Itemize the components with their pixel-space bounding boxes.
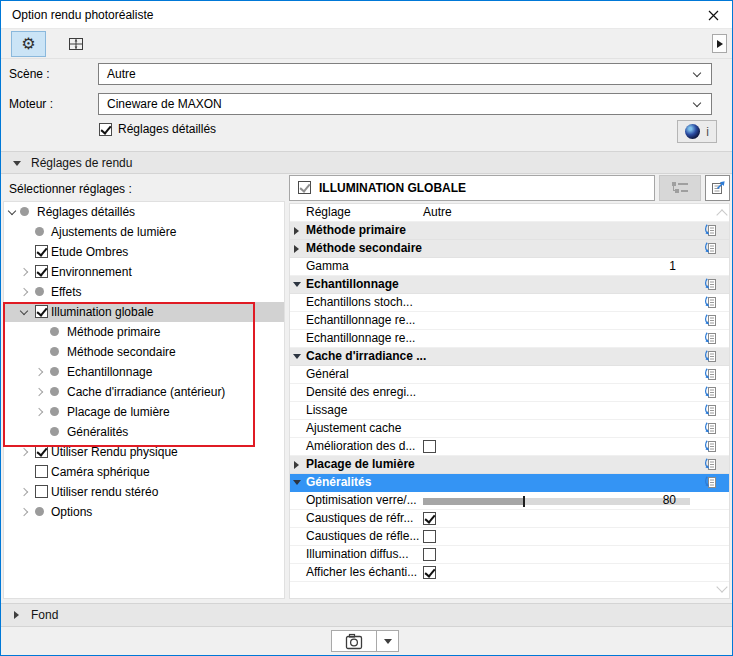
link-doc-icon[interactable] <box>704 350 717 363</box>
tree-item[interactable]: Méthode secondaire <box>4 342 284 362</box>
expander-icon[interactable] <box>20 508 28 516</box>
tree-item[interactable]: Environnement <box>4 262 284 282</box>
link-doc-icon[interactable] <box>704 368 717 381</box>
expand-settings-button[interactable] <box>705 175 730 201</box>
panel-row[interactable]: Illumination diffus... <box>290 546 729 564</box>
panel-row[interactable]: Echantillons stoch... <box>290 294 729 312</box>
expander-icon[interactable] <box>35 408 43 416</box>
cineware-info-button[interactable]: i <box>677 120 717 143</box>
detailed-settings-checkbox[interactable] <box>99 123 112 136</box>
background-section-header[interactable]: Fond <box>1 603 732 627</box>
panel-row[interactable]: Réglage Autre <box>290 204 729 222</box>
render-camera-button[interactable] <box>331 630 377 652</box>
expander-icon[interactable] <box>294 245 299 253</box>
link-doc-icon[interactable] <box>704 296 717 309</box>
panel-row[interactable]: Echantillonnage re... <box>290 312 729 330</box>
link-doc-icon[interactable] <box>704 422 717 435</box>
panel-row[interactable]: Généralités <box>290 474 729 492</box>
expander-icon[interactable] <box>20 448 28 456</box>
expander-icon[interactable] <box>20 268 28 276</box>
tree-item[interactable]: Utiliser Rendu physique <box>4 442 284 462</box>
tree-item[interactable]: Utiliser rendu stéréo <box>4 482 284 502</box>
scroll-down-icon[interactable] <box>716 581 727 592</box>
expander-icon[interactable] <box>20 307 28 315</box>
panel-row[interactable]: Optimisation verre/... 80 <box>290 492 729 510</box>
tree-item[interactable]: Méthode primaire <box>4 322 284 342</box>
tree-item[interactable]: Réglages détaillés <box>4 202 284 222</box>
expander-icon[interactable] <box>293 354 301 359</box>
tree-item[interactable]: Ajustements de lumière <box>4 222 284 242</box>
expander-icon[interactable] <box>294 227 299 235</box>
checkbox[interactable] <box>35 445 48 458</box>
render-settings-section-header[interactable]: Réglages de rendu <box>1 151 732 174</box>
checkbox[interactable] <box>35 465 48 478</box>
panel-row[interactable]: Amélioration des d... <box>290 438 729 456</box>
panel-row[interactable]: Densité des enregi... <box>290 384 729 402</box>
illumination-globale-header[interactable]: ILLUMINATION GLOBALE <box>289 175 655 201</box>
panel-row[interactable]: Afficher les échanti... <box>290 564 729 582</box>
panel-row[interactable]: Gamma 1 <box>290 258 729 276</box>
expander-icon[interactable] <box>35 368 43 376</box>
link-doc-icon[interactable] <box>704 242 717 255</box>
engine-dropdown[interactable]: Cineware de MAXON <box>98 93 712 115</box>
toolbar-overflow-button[interactable] <box>712 34 727 53</box>
checkbox[interactable] <box>35 485 48 498</box>
tree-item[interactable]: Caméra sphérique <box>4 462 284 482</box>
slider-handle[interactable] <box>523 496 525 507</box>
expander-icon[interactable] <box>293 282 301 287</box>
link-doc-icon[interactable] <box>704 314 717 327</box>
panel-row[interactable]: Méthode primaire <box>290 222 729 240</box>
checkbox[interactable] <box>423 548 436 561</box>
panel-row[interactable]: Caustiques de réfr... <box>290 510 729 528</box>
panel-row[interactable]: Général <box>290 366 729 384</box>
close-button[interactable] <box>694 1 732 29</box>
tree-view-button[interactable] <box>659 175 701 201</box>
checkbox[interactable] <box>35 245 48 258</box>
checkbox[interactable] <box>35 265 48 278</box>
panel-row[interactable]: Echantillonnage <box>290 276 729 294</box>
settings-tool-button[interactable]: ⚙ <box>11 31 46 57</box>
link-doc-icon[interactable] <box>704 440 717 453</box>
link-doc-icon[interactable] <box>704 332 717 345</box>
panel-row[interactable]: Caustiques de réfle... <box>290 528 729 546</box>
tree-item[interactable]: Etude Ombres <box>4 242 284 262</box>
checkbox[interactable] <box>35 305 48 318</box>
checkbox[interactable] <box>423 530 436 543</box>
panel-row[interactable]: Méthode secondaire <box>290 240 729 258</box>
link-doc-icon[interactable] <box>704 386 717 399</box>
link-doc-icon[interactable] <box>704 224 717 237</box>
tree-item[interactable]: Illumination globale <box>4 302 284 322</box>
panel-row[interactable]: Cache d'irradiance ... <box>290 348 729 366</box>
titlebar: Option rendu photoréaliste <box>1 1 732 29</box>
panel-row[interactable]: Ajustement cache <box>290 420 729 438</box>
size-tool-button[interactable] <box>58 31 93 57</box>
link-doc-icon[interactable] <box>704 278 717 291</box>
expander-icon[interactable] <box>8 207 16 215</box>
expander-icon[interactable] <box>293 480 301 485</box>
checkbox[interactable] <box>423 512 436 525</box>
expander-icon[interactable] <box>35 388 43 396</box>
tree-item[interactable]: Généralités <box>4 422 284 442</box>
panel-row[interactable]: Lissage <box>290 402 729 420</box>
tree-item[interactable]: Options <box>4 502 284 522</box>
panel-row[interactable]: Placage de lumière <box>290 456 729 474</box>
expander-icon[interactable] <box>20 488 28 496</box>
scene-dropdown[interactable]: Autre <box>98 63 712 85</box>
link-doc-icon[interactable] <box>704 476 717 489</box>
tree-item[interactable]: Echantillonnage <box>4 362 284 382</box>
tree-item[interactable]: Placage de lumière <box>4 402 284 422</box>
panel-row-label: Illumination diffus... <box>306 546 409 563</box>
checkbox[interactable] <box>423 566 436 579</box>
panel-row[interactable]: Echantillonnage re... <box>290 330 729 348</box>
slider[interactable] <box>423 498 690 505</box>
tree-item[interactable]: Effets <box>4 282 284 302</box>
panel-row-label: Caustiques de réfr... <box>306 510 413 527</box>
expander-icon[interactable] <box>20 288 28 296</box>
tree-item[interactable]: Cache d'irradiance (antérieur) <box>4 382 284 402</box>
expander-icon[interactable] <box>294 461 299 469</box>
render-options-dropdown-button[interactable] <box>376 630 399 652</box>
link-doc-icon[interactable] <box>704 404 717 417</box>
link-doc-icon[interactable] <box>704 458 717 471</box>
checkbox[interactable] <box>298 181 311 194</box>
checkbox[interactable] <box>423 440 436 453</box>
